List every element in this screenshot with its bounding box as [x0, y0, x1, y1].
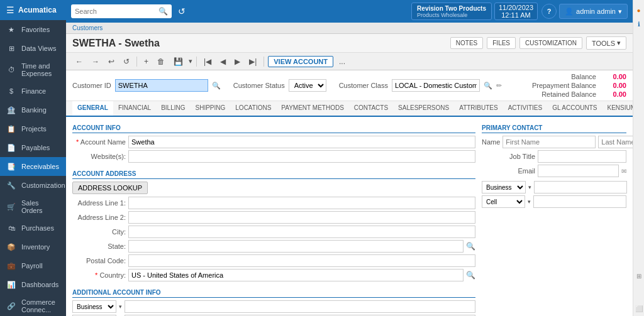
- city-input[interactable]: [128, 226, 475, 238]
- sidebar-item-receivables[interactable]: 📑 Receivables: [0, 157, 66, 176]
- revision-selector[interactable]: Revision Two Products Products Wholesale: [411, 3, 492, 20]
- contact-business-dropdown-icon: ▾: [528, 184, 531, 190]
- sidebar-item-label: Receivables: [21, 163, 59, 170]
- admin-menu-button[interactable]: 👤 admin admin ▾: [559, 4, 628, 19]
- tab-kensium-commerce[interactable]: KENSIUM COMMERCE: [602, 101, 633, 117]
- sidebar-item-payables[interactable]: 📄 Payables: [0, 138, 66, 157]
- state-input[interactable]: [128, 240, 464, 253]
- last-name-input[interactable]: [598, 136, 633, 148]
- sidebar-item-sales-orders[interactable]: 🛒 Sales Orders: [0, 195, 66, 219]
- class-lookup-icon[interactable]: 🔍: [484, 82, 492, 90]
- tab-locations[interactable]: LOCATIONS: [230, 101, 276, 117]
- job-title-label: Job Title: [482, 153, 535, 160]
- class-edit-icon[interactable]: ✏: [496, 82, 502, 90]
- sidebar-item-inventory[interactable]: 📦 Inventory: [0, 237, 66, 256]
- prev-record-button[interactable]: ◀: [217, 56, 229, 67]
- next-record-button[interactable]: ▶: [231, 56, 243, 67]
- delete-button[interactable]: 🗑: [154, 56, 168, 67]
- account-name-input[interactable]: [128, 136, 475, 148]
- tools-button[interactable]: TOOLS ▾: [586, 36, 626, 50]
- sidebar-item-projects[interactable]: 📋 Projects: [0, 119, 66, 138]
- forward-button[interactable]: →: [89, 56, 103, 67]
- sidebar-item-dashboards[interactable]: 📊 Dashboards: [0, 275, 66, 294]
- sidebar-item-dataviews[interactable]: ⊞ Data Views: [0, 39, 66, 58]
- country-input[interactable]: [128, 269, 464, 281]
- save-dropdown-icon[interactable]: ▾: [189, 57, 192, 65]
- customer-id-input[interactable]: [115, 79, 208, 92]
- search-box[interactable]: 🔍: [71, 4, 172, 18]
- contact-business-type-select[interactable]: Business 1: [482, 181, 526, 193]
- website-label: Website(s):: [72, 153, 126, 160]
- tab-financial[interactable]: FINANCIAL: [113, 101, 156, 117]
- tab-general[interactable]: GENERAL: [72, 101, 113, 117]
- sidebar-item-label: Banking: [21, 106, 47, 114]
- notes-button[interactable]: NOTES: [450, 37, 483, 49]
- undo-back-button[interactable]: ↩: [105, 56, 118, 67]
- date-time-display: 11/20/2023 12:11 AM: [494, 3, 538, 20]
- postal-input[interactable]: [128, 254, 475, 267]
- topbar: 🔍 ↺ Revision Two Products Products Whole…: [66, 0, 633, 23]
- sidebar-item-favorites[interactable]: ★ Favorites: [0, 20, 66, 39]
- contact-email-input[interactable]: [538, 165, 619, 177]
- business1-input[interactable]: [125, 300, 475, 313]
- job-title-input[interactable]: [538, 150, 626, 163]
- sidebar: ☰ Acumatica ★ Favorites ⊞ Data Views ⏱ T…: [0, 0, 66, 316]
- app-logo[interactable]: ☰ Acumatica: [0, 0, 66, 20]
- country-label: Country:: [72, 271, 126, 279]
- first-name-input[interactable]: [502, 136, 596, 148]
- info-icon[interactable]: ℹ: [634, 19, 644, 29]
- country-lookup-icon[interactable]: 🔍: [466, 271, 475, 280]
- customer-id-lookup-icon[interactable]: 🔍: [212, 82, 221, 90]
- expand-icon[interactable]: ⊞: [634, 271, 644, 281]
- website-field: Website(s):: [72, 150, 475, 163]
- sidebar-item-time-expenses[interactable]: ⏱ Time and Expenses: [0, 58, 66, 82]
- tab-billing[interactable]: BILLING: [156, 101, 190, 117]
- sidebar-item-label: Customization: [21, 182, 65, 189]
- customer-class-input[interactable]: [392, 79, 480, 92]
- last-record-button[interactable]: ▶|: [246, 56, 260, 67]
- business1-type-select[interactable]: Business 1: [72, 300, 116, 313]
- undo-button[interactable]: ↺: [120, 56, 133, 67]
- refresh-icon[interactable]: ↺: [178, 6, 186, 16]
- website-input[interactable]: [128, 150, 475, 163]
- search-icon: 🔍: [158, 7, 168, 16]
- tab-contacts[interactable]: CONTACTS: [349, 101, 393, 117]
- external-link-icon[interactable]: ⬜: [634, 303, 644, 313]
- back-button[interactable]: ←: [72, 56, 86, 67]
- more-actions-button[interactable]: ...: [336, 56, 348, 67]
- address-lookup-button[interactable]: ADDRESS LOOKUP: [72, 182, 148, 194]
- add-record-button[interactable]: +: [141, 56, 152, 67]
- sidebar-item-finance[interactable]: $ Finance: [0, 82, 66, 101]
- files-button[interactable]: FILES: [487, 37, 516, 49]
- contact-business-input[interactable]: [534, 181, 627, 193]
- favorites-icon: ★: [6, 25, 16, 35]
- tab-payment-methods[interactable]: PAYMENT METHODS: [276, 101, 348, 117]
- tab-gl-accounts[interactable]: GL ACCOUNTS: [547, 101, 602, 117]
- first-record-button[interactable]: |◀: [201, 56, 214, 67]
- contact-cell-input[interactable]: [533, 195, 626, 208]
- sidebar-item-label: Finance: [21, 87, 46, 95]
- state-lookup-icon[interactable]: 🔍: [466, 242, 475, 251]
- sidebar-item-banking[interactable]: 🏦 Banking: [0, 101, 66, 119]
- customer-status-select[interactable]: Active: [289, 79, 326, 92]
- view-account-button[interactable]: VIEW ACCOUNT: [268, 56, 333, 67]
- sidebar-item-payroll[interactable]: 💼 Payroll: [0, 256, 66, 275]
- sidebar-item-customization[interactable]: 🔧 Customization: [0, 176, 66, 195]
- tab-salespersons[interactable]: SALESPERSONS: [393, 101, 454, 117]
- address2-input[interactable]: [128, 211, 475, 224]
- tab-attributes[interactable]: ATTRIBUTES: [454, 101, 502, 117]
- address1-input[interactable]: [128, 197, 475, 209]
- tab-activities[interactable]: ACTIVITIES: [503, 101, 547, 117]
- save-button[interactable]: 💾: [170, 56, 186, 67]
- contact-cell-type-select[interactable]: Cell: [482, 195, 525, 208]
- search-input[interactable]: [75, 8, 158, 15]
- help-button[interactable]: ?: [541, 4, 557, 19]
- tab-shipping[interactable]: SHIPPING: [191, 101, 231, 117]
- breadcrumb-link[interactable]: Customers: [72, 25, 103, 31]
- sidebar-item-purchases[interactable]: 🛍 Purchases: [0, 219, 66, 237]
- notification-icon[interactable]: ●: [634, 5, 644, 15]
- admin-icon: 👤: [565, 8, 574, 16]
- retained-value: 0.00: [601, 90, 626, 98]
- customization-button[interactable]: CUSTOMIZATION: [519, 37, 582, 49]
- sidebar-item-commerce[interactable]: 🔗 Commerce Connec...: [0, 294, 66, 316]
